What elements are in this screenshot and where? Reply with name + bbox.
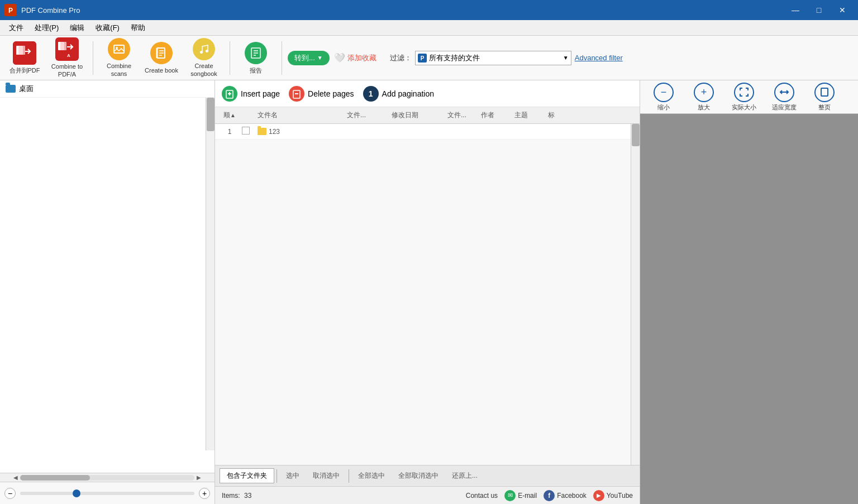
heart-icon: 🤍 (334, 52, 345, 63)
fit-width-button[interactable]: 适应宽度 (765, 83, 803, 112)
combine-pdfa-icon: A (55, 37, 79, 61)
h-scroll-right-arrow[interactable]: ▶ (194, 474, 203, 481)
toolbar-sep-2 (230, 41, 230, 75)
table-row[interactable]: 1 123 (215, 124, 640, 140)
deselect-all-button[interactable]: 全部取消选中 (392, 469, 445, 483)
menu-bar: 文件 处理(P) 编辑 收藏(F) 帮助 (0, 20, 858, 36)
zoom-out-button[interactable]: − 缩小 (645, 83, 683, 112)
col-header-name[interactable]: 文件名 (258, 111, 347, 120)
add-pagination-button[interactable]: 1 Add pagination (363, 86, 434, 102)
items-count: 33 (244, 492, 251, 500)
menu-file[interactable]: 文件 (4, 21, 28, 35)
col-header-order[interactable]: 顺▲ (217, 111, 242, 120)
facebook-contact[interactable]: f Facebook (544, 490, 587, 501)
h-scroll-thumb[interactable] (20, 475, 90, 481)
combine-pdfa-button[interactable]: A Combine to PDF/A (47, 39, 87, 77)
actual-size-label: 实际大小 (732, 103, 756, 112)
report-button[interactable]: 报告 (236, 39, 276, 77)
combine-pdfa-label: Combine to PDF/A (47, 63, 87, 78)
col-header-tag[interactable]: 标 (548, 111, 570, 120)
select-all-button[interactable]: 全部选中 (351, 469, 392, 483)
advanced-filter-link[interactable]: Advanced filter (575, 54, 623, 62)
close-button[interactable]: ✕ (831, 0, 854, 20)
create-book-icon (150, 41, 173, 65)
add-bookmark-button[interactable]: 🤍 添加收藏 (334, 52, 376, 63)
restore-button[interactable]: 还原上... (445, 469, 484, 483)
youtube-contact[interactable]: ▶ YouTube (593, 490, 633, 501)
zoom-slider-thumb[interactable] (73, 489, 80, 497)
delete-pages-label: Delete pages (308, 89, 354, 98)
menu-process[interactable]: 处理(P) (30, 21, 63, 35)
left-panel-header: 桌面 (0, 80, 214, 98)
fit-width-icon (774, 83, 794, 102)
actual-size-button[interactable]: 实际大小 (725, 83, 763, 112)
left-scroll-thumb[interactable] (207, 98, 214, 131)
youtube-icon: ▶ (593, 490, 604, 501)
create-book-button[interactable]: Create book (141, 39, 182, 77)
fit-width-label: 适应宽度 (772, 103, 797, 112)
menu-edit[interactable]: 编辑 (65, 21, 89, 35)
zoom-in-label: 放大 (698, 103, 710, 112)
menu-bookmarks[interactable]: 收藏(F) (91, 21, 124, 35)
table-scroll-thumb[interactable] (632, 124, 640, 146)
filter-select[interactable]: P 所有支持的文件 ▼ (415, 51, 571, 65)
insert-page-icon (222, 86, 237, 102)
maximize-button[interactable]: □ (808, 0, 830, 20)
desktop-label: 桌面 (19, 84, 34, 94)
goto-button[interactable]: 转到... ▼ (288, 51, 330, 65)
zoom-plus-button[interactable]: + (199, 488, 210, 499)
h-scroll-track[interactable] (20, 475, 194, 481)
preview-toolbar: − 缩小 + 放大 实际大小 (640, 80, 858, 114)
items-label: Items: (222, 492, 240, 500)
left-panel-content[interactable] (0, 98, 214, 473)
goto-arrow-icon: ▼ (317, 55, 323, 61)
col-header-date[interactable]: 修改日期 (392, 111, 447, 120)
include-subfolders-button[interactable]: 包含子文件夹 (220, 468, 274, 483)
bottom-sep-2 (349, 469, 349, 483)
combine-scans-label: Combine scans (99, 63, 139, 77)
report-icon (244, 41, 268, 65)
zoom-in-button[interactable]: + 放大 (685, 83, 723, 112)
col-header-subject[interactable]: 主题 (514, 111, 548, 120)
right-panel: − 缩小 + 放大 实际大小 (640, 80, 858, 504)
table-body[interactable]: 1 123 (215, 124, 640, 465)
row-folder-icon (258, 128, 266, 135)
filter-dropdown-icon: ▼ (563, 55, 569, 61)
combine-pdf-button[interactable]: 合并到PDF (4, 39, 45, 77)
left-panel: 桌面 ◀ ▶ − + (0, 80, 215, 504)
add-bookmark-label: 添加收藏 (347, 53, 376, 63)
zoom-slider[interactable] (20, 492, 194, 495)
col-header-path[interactable]: 文件... (347, 111, 392, 120)
table-scrollbar[interactable] (631, 124, 640, 465)
center-panel: Insert page Delete pages 1 Add paginatio… (215, 80, 640, 504)
toolbar-sep-1 (93, 41, 93, 75)
insert-page-button[interactable]: Insert page (222, 86, 280, 102)
full-page-button[interactable]: 整页 (805, 83, 843, 112)
col-header-size[interactable]: 文件... (447, 111, 481, 120)
svg-rect-4 (18, 46, 25, 55)
zoom-minus-button[interactable]: − (4, 488, 16, 499)
create-songbook-button[interactable]: Create songbook (184, 39, 224, 77)
col-header-author[interactable]: 作者 (481, 111, 514, 120)
bottom-actions: 包含子文件夹 选中 取消选中 全部选中 全部取消选中 还原上... (215, 465, 640, 486)
email-contact[interactable]: ✉ E-mail (504, 490, 537, 501)
app-title: PDF Combine Pro (21, 6, 80, 15)
left-panel-bottom: − + (0, 482, 214, 504)
row-checkbox[interactable] (242, 127, 258, 136)
select-button[interactable]: 选中 (279, 469, 306, 483)
delete-pages-button[interactable]: Delete pages (289, 86, 354, 102)
facebook-label: Facebook (557, 492, 587, 500)
app-icon: P (4, 4, 17, 16)
left-h-scrollbar[interactable]: ◀ ▶ (0, 473, 214, 482)
svg-rect-30 (821, 88, 828, 96)
combine-scans-button[interactable]: Combine scans (99, 39, 139, 77)
checkbox[interactable] (242, 127, 250, 135)
status-bar: Items: 33 Contact us ✉ E-mail f Facebook… (215, 486, 640, 504)
svg-point-16 (200, 51, 203, 54)
actual-size-icon (734, 83, 754, 102)
h-scroll-left-arrow[interactable]: ◀ (11, 474, 20, 481)
minimize-button[interactable]: — (784, 0, 807, 20)
left-panel-scrollbar[interactable] (206, 98, 214, 450)
deselect-button[interactable]: 取消选中 (306, 469, 346, 483)
menu-help[interactable]: 帮助 (126, 21, 150, 35)
